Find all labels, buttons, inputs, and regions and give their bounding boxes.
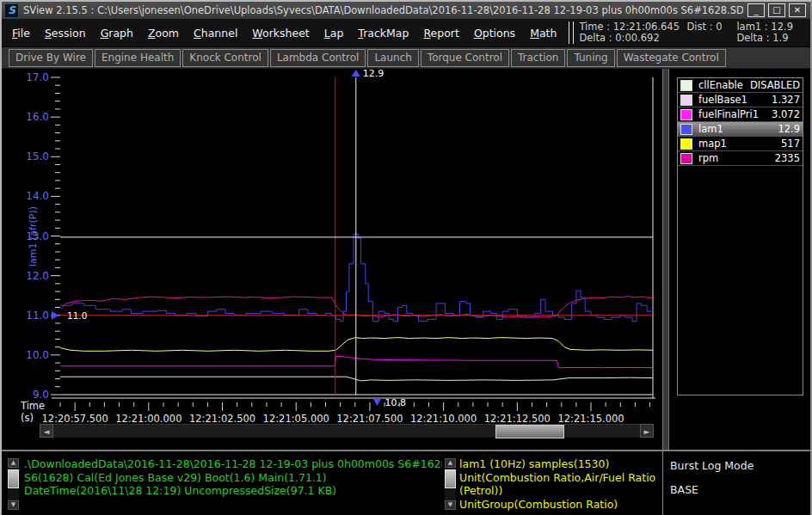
tab-wastegate-control[interactable]: Wastegate Control [617,49,726,67]
scroll-up-arrow-icon[interactable]: ▲ [8,458,19,468]
chart-horizontal-scrollbar: ◄ ► [40,424,654,438]
tab-tuning[interactable]: Tuning [567,49,614,67]
log-mode-value: BASE [670,483,810,496]
channel-name: cllEnable [698,79,750,91]
scroll-right-arrow-icon[interactable]: ► [640,424,654,438]
svg-text:lam1 (afr(P)): lam1 (afr(P)) [28,206,39,267]
channel-value: 517 [781,138,800,150]
chart-panel: 9.010.011.012.013.014.015.016.017.0lam1 … [2,69,662,450]
cursor-delta-value-readout: Delta : 1.9 [736,33,788,44]
menu-trackmap[interactable]: TrackMap [358,27,409,40]
trace-rpm [60,297,653,318]
channel-info-panel: ▲ ▼ lam1 (10Hz) samples(1530)Unit(Combus… [442,451,662,515]
svg-text:11.0: 11.0 [67,310,87,321]
scroll-down-arrow-icon[interactable]: ▼ [445,500,456,510]
svg-text:12:21:10.000: 12:21:10.000 [410,413,477,423]
file-info-scrollbar: ▲ ▼ [8,458,19,510]
menu-channel[interactable]: Channel [194,27,237,40]
svg-text:17.0: 17.0 [26,71,49,83]
tab-knock-control[interactable]: Knock Control [182,49,268,67]
scroll-left-arrow-icon[interactable]: ◄ [40,424,53,438]
trace-cllEnable [60,377,653,381]
scrollbar-track[interactable] [53,424,640,438]
scrollbar-thumb[interactable] [445,469,456,488]
channel-name: lam1 [698,123,778,135]
footer-area: ▲ ▼ .\DownloadedData\2016-11-28\2016-11-… [2,450,810,515]
svg-text:12:21:00.000: 12:21:00.000 [115,413,181,423]
scrollbar-thumb[interactable] [8,469,19,488]
tab-engine-health[interactable]: Engine Health [95,49,181,67]
tab-launch[interactable]: Launch [367,49,418,67]
channel-value: 12.9 [778,123,800,135]
channel-value: DISABLED [750,79,800,91]
scrollbar-thumb[interactable] [495,425,564,438]
legend-row-fuelFinalPri1[interactable]: fuelFinalPri13.072 [678,107,803,122]
channel-color-swatch [680,153,692,164]
svg-text:9.0: 9.0 [33,389,49,401]
svg-text:12.0: 12.0 [26,270,49,282]
trace-fuelFinalPri1 [60,356,653,367]
menu-zoom[interactable]: Zoom [148,27,179,40]
info-line: DateTime(2016\11\28 12:19) UncompressedS… [24,484,440,498]
svg-text:15.0: 15.0 [26,150,49,162]
svg-text:12:20:57.500: 12:20:57.500 [42,413,108,423]
menu-file[interactable]: File [12,27,30,40]
menu-bar-items: FileSessionGraphZoomChannelWorksheetLapT… [2,19,557,46]
menu-graph[interactable]: Graph [101,27,133,40]
title-bar: S SView 2.15.5 : C:\Users\jonesen\OneDri… [2,2,810,19]
info-line: Unit(Combustion Ratio,Air/Fuel Ratio [459,471,661,485]
menu-options[interactable]: Options [474,27,515,40]
channel-value: 2335 [775,152,800,164]
channel-name: fuelFinalPri1 [698,108,772,120]
info-line: S6(1628) Cal(Ed Jones Base v29) Boot(1.6… [24,471,440,485]
log-mode-panel: Burst Log Mode BASE [662,451,810,515]
channel-info-scrollbar: ▲ ▼ [445,458,456,510]
svg-text:11.0: 11.0 [26,310,49,322]
legend-row-lam1[interactable]: lam112.9 [678,122,803,137]
trace-map1 [60,338,653,352]
svg-text:12:21:02.500: 12:21:02.500 [189,413,255,423]
menu-report[interactable]: Report [423,27,458,40]
trace-lam1 [60,234,653,322]
cursor-dist-readout: Dist : 0 [686,21,736,33]
panel-splitter[interactable] [662,69,669,450]
legend-panel: cllEnableDISABLEDfuelBase11.327fuelFinal… [669,69,810,450]
maximize-button[interactable]: □ [768,3,785,17]
menu-session[interactable]: Session [45,27,86,40]
svg-text:12:21:12.500: 12:21:12.500 [484,413,551,423]
close-button[interactable]: ✕ [789,3,806,17]
info-line: lam1 (10Hz) samples(1530) [459,457,661,471]
menu-lap[interactable]: Lap [324,27,344,40]
legend-row-cllEnable[interactable]: cllEnableDISABLED [678,78,803,93]
cursor-delta-time-readout: Delta : 0:00.692 [579,33,686,44]
menu-worksheet[interactable]: Worksheet [252,27,309,40]
legend-row-fuelBase1[interactable]: fuelBase11.327 [678,93,803,107]
cursor-info-panel: Time : 12:21:06.645 Dist : 0 lam1 : 12.9… [579,19,810,46]
menu-math[interactable]: Math [530,27,557,40]
tab-lambda-control[interactable]: Lambda Control [270,49,366,67]
tab-torque-control[interactable]: Torque Control [421,49,509,67]
minimize-button[interactable]: _ [747,3,765,17]
menu-bar: FileSessionGraphZoomChannelWorksheetLapT… [2,19,810,47]
svg-text:12:21:05.000: 12:21:05.000 [263,413,329,423]
graph-plot-area[interactable]: 9.010.011.012.013.014.015.016.017.0lam1 … [2,69,662,423]
legend-row-rpm[interactable]: rpm2335 [678,151,803,166]
bottom-cursor-marker-icon [372,398,381,406]
legend-row-map1[interactable]: map1517 [678,137,803,151]
svg-text:Time: Time [20,400,45,412]
info-line: (Petrol)) [459,484,661,498]
sview-window: S SView 2.15.5 : C:\Users\jonesen\OneDri… [0,0,812,515]
log-mode-title: Burst Log Mode [670,459,810,472]
svg-text:12.9: 12.9 [363,69,384,79]
scroll-down-arrow-icon[interactable]: ▼ [8,500,19,510]
scroll-up-arrow-icon[interactable]: ▲ [445,458,456,468]
channel-value: 3.072 [772,108,800,120]
left-cursor-marker-icon [52,311,58,320]
svg-text:12:21:15.000: 12:21:15.000 [557,413,624,423]
tab-drive-by-wire[interactable]: Drive By Wire [9,49,93,67]
channel-color-swatch [680,95,692,106]
info-line: UnitGroup(Combustion Ratio) [459,498,661,512]
tab-traction[interactable]: Traction [511,49,565,67]
svg-text:14.0: 14.0 [26,190,49,202]
svg-text:12:21:07.500: 12:21:07.500 [336,413,403,423]
